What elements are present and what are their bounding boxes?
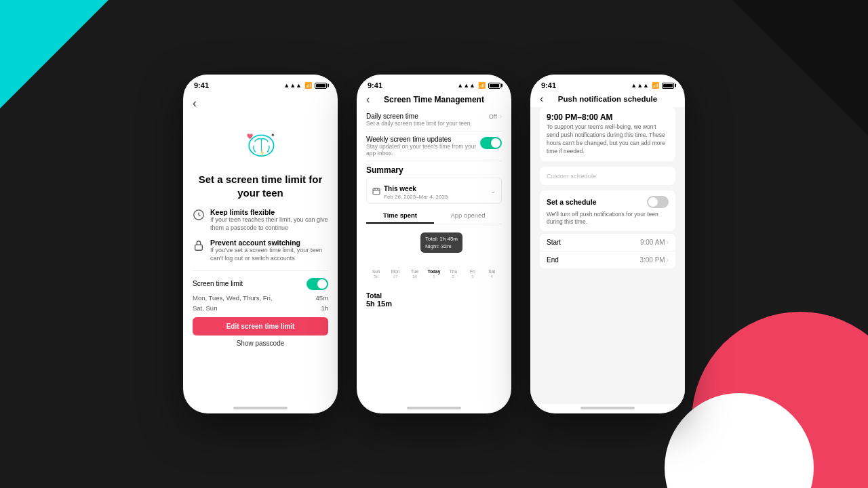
time-3: 9:41 (541, 81, 556, 89)
start-row[interactable]: Start 9:00 AM › (540, 234, 675, 251)
end-label: End (547, 256, 559, 264)
daily-label: Daily screen time (366, 113, 472, 120)
show-passcode-button[interactable]: Show passcode (183, 337, 338, 350)
bar-date-sun: 26 (374, 274, 378, 279)
nav-bar-2: ‹ Screen Time Management (357, 92, 511, 108)
tooltip-total: Total: 1h 45m (425, 235, 458, 243)
custom-schedule-input[interactable]: Custom schedule (540, 167, 675, 185)
bar-label-mon: Mon (391, 269, 400, 274)
wifi-icon-1: 📶 (304, 82, 312, 89)
bar-date-today: 1 (433, 274, 435, 279)
phones-container: 9:41 ▲▲▲ 📶 ‹ ✦ (183, 75, 685, 413)
days2-row: Sat, Sun 1h (183, 303, 338, 313)
edit-screen-time-button[interactable]: Edit screen time limit (193, 317, 328, 336)
summary-label: Summary (366, 161, 502, 178)
days2-label: Sat, Sun (193, 304, 217, 312)
divider1 (193, 270, 328, 271)
fixed-time-block: 9:00 PM–8:00 AM To support your teen's w… (540, 107, 675, 161)
schedule-toggle-label: Set a schedule (547, 198, 597, 206)
feature1: Keep limits flexible If your teen reache… (183, 205, 338, 235)
time-settings-card: Start 9:00 AM › End 3:00 PM › (540, 234, 675, 268)
calendar-icon (372, 187, 380, 195)
lock-icon (193, 239, 205, 251)
feature1-text: Keep limits flexible If your teen reache… (210, 208, 328, 232)
feature1-title: Keep limits flexible (210, 208, 328, 216)
weekly-toggle[interactable] (480, 137, 502, 149)
back-button-3[interactable]: ‹ (540, 93, 543, 105)
bar-group-sun: Sun26 (368, 232, 384, 279)
daily-left: Daily screen time Set a daily screen tim… (366, 113, 472, 127)
status-icons-3: ▲▲▲ 📶 (631, 82, 674, 89)
total-label: Total (366, 292, 502, 300)
status-icons-1: ▲▲▲ 📶 (283, 82, 327, 89)
bar-date-sat: 4 (491, 274, 493, 279)
week-selector[interactable]: This week Feb 26, 2023–Mar 4, 2023 ⌄ (366, 178, 502, 204)
svg-text:✦: ✦ (271, 131, 275, 138)
back-button-2[interactable]: ‹ (366, 94, 370, 106)
wifi-icon-2: 📶 (478, 82, 486, 89)
fixed-time-range: 9:00 PM–8:00 AM (547, 113, 669, 122)
wifi-icon-3: 📶 (652, 82, 659, 89)
screen-time-toggle-row: Screen time limit (183, 275, 338, 293)
weekly-left: Weekly screen time updates Stay updated … (366, 136, 480, 157)
nav-title-2: Screen Time Management (384, 95, 484, 104)
hero-area: ✦ (183, 115, 338, 170)
hero-illustration: ✦ (237, 120, 284, 167)
feature1-desc: If your teen reaches their limit, you ca… (210, 216, 328, 232)
home-indicator-2 (407, 407, 461, 409)
schedule-toggle-header: Set a schedule (547, 196, 669, 208)
weekly-sub: Stay updated on your teen's time from yo… (366, 143, 480, 157)
battery-icon-3 (662, 83, 674, 89)
back-button-1[interactable]: ‹ (183, 92, 338, 115)
days2-value: 1h (321, 304, 328, 312)
battery-icon-1 (315, 83, 327, 89)
weekly-updates-row: Weekly screen time updates Stay updated … (366, 131, 502, 161)
feature2-title: Prevent account switching (210, 239, 328, 247)
schedule-toggle-block: Set a schedule We'll turn off push notif… (540, 190, 675, 231)
bg-cyan-triangle (0, 0, 108, 108)
days1-label: Mon, Tues, Wed, Thurs, Fri, (193, 294, 272, 302)
daily-value: Off (489, 113, 497, 120)
daily-screen-time-row[interactable]: Daily screen time Set a daily screen tim… (366, 108, 502, 131)
weekly-label: Weekly screen time updates (366, 136, 480, 143)
date-range: Feb 26, 2023–Mar 4, 2023 (384, 194, 448, 200)
battery-icon-2 (488, 83, 500, 89)
signal-icon-3: ▲▲▲ (631, 82, 649, 89)
bar-date-mon: 27 (393, 274, 398, 279)
end-row[interactable]: End 3:00 PM › (540, 251, 675, 268)
svg-rect-6 (195, 245, 203, 250)
home-indicator-3 (580, 407, 635, 409)
clock-icon (193, 209, 205, 221)
week-selector-left: This week Feb 26, 2023–Mar 4, 2023 (372, 182, 448, 200)
start-value: 9:00 AM (640, 239, 665, 246)
phone3-content: 9:00 PM–8:00 AM To support your teen's w… (530, 107, 685, 404)
status-bar-2: 9:41 ▲▲▲ 📶 (357, 75, 511, 92)
svg-line-5 (199, 215, 201, 216)
bar-date-fri: 3 (471, 274, 473, 279)
tab-time-spent[interactable]: Time spent (366, 208, 434, 224)
end-value: 3:00 PM (639, 256, 665, 264)
end-value-group: 3:00 PM › (639, 256, 669, 264)
screen-time-toggle[interactable] (307, 278, 328, 290)
status-bar-1: 9:41 ▲▲▲ 📶 (183, 75, 338, 92)
phone2-content: Daily screen time Set a daily screen tim… (357, 108, 511, 404)
bar-label-today: Today (428, 269, 441, 274)
bar-label-sun: Sun (372, 269, 380, 274)
tabs-row: Time spent App opened (366, 208, 502, 224)
schedule-toggle-desc: We'll turn off push notifications for yo… (547, 211, 669, 226)
bg-black-triangle (732, 0, 868, 136)
signal-icon-1: ▲▲▲ (283, 82, 302, 89)
status-bar-3: 9:41 ▲▲▲ 📶 (530, 75, 685, 92)
svg-rect-7 (373, 188, 380, 195)
schedule-toggle[interactable] (647, 196, 669, 208)
screen-time-label: Screen time limit (193, 280, 243, 287)
start-value-group: 9:00 AM › (640, 239, 669, 246)
phone1: 9:41 ▲▲▲ 📶 ‹ ✦ (183, 75, 338, 413)
home-indicator-1 (233, 407, 288, 409)
chart-tooltip: Total: 1h 45m Night: 32m (420, 232, 462, 253)
bar-date-tue: 28 (412, 274, 417, 279)
tab-app-opened[interactable]: App opened (434, 208, 502, 224)
phone3: 9:41 ▲▲▲ 📶 ‹ Push notification schedule … (530, 75, 685, 413)
time-2: 9:41 (368, 81, 382, 89)
chart-area: Total: 1h 45m Night: 32m Sun26Mon27Tue28… (366, 232, 502, 287)
